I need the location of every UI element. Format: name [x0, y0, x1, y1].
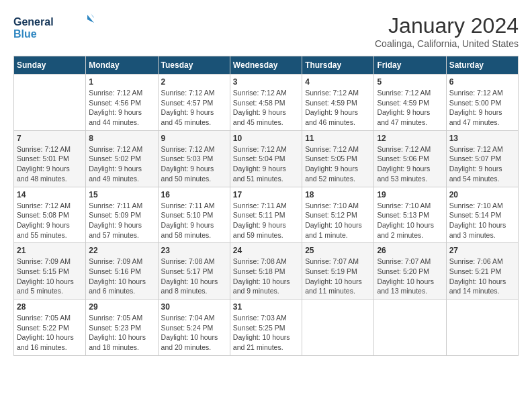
calendar-cell: [302, 300, 374, 356]
calendar-week-row: 21Sunrise: 7:09 AM Sunset: 5:15 PM Dayli…: [14, 243, 519, 300]
calendar-cell: 1Sunrise: 7:12 AM Sunset: 4:56 PM Daylig…: [86, 75, 158, 131]
day-number: 6: [449, 77, 515, 87]
day-info: Sunrise: 7:07 AM Sunset: 5:20 PM Dayligh…: [377, 257, 443, 296]
day-info: Sunrise: 7:09 AM Sunset: 5:16 PM Dayligh…: [89, 257, 154, 296]
day-number: 25: [305, 246, 371, 255]
weekday-header-friday: Friday: [374, 56, 446, 75]
calendar-cell: 24Sunrise: 7:08 AM Sunset: 5:18 PM Dayli…: [230, 243, 302, 300]
title-block: January 2024 Coalinga, California, Unite…: [375, 13, 519, 49]
weekday-header-tuesday: Tuesday: [158, 56, 230, 75]
day-info: Sunrise: 7:09 AM Sunset: 5:15 PM Dayligh…: [17, 257, 83, 296]
day-info: Sunrise: 7:12 AM Sunset: 4:57 PM Dayligh…: [161, 88, 227, 128]
calendar-cell: 8Sunrise: 7:12 AM Sunset: 5:02 PM Daylig…: [86, 130, 158, 187]
day-info: Sunrise: 7:08 AM Sunset: 5:18 PM Dayligh…: [233, 257, 299, 296]
logo-svg: General Blue: [13, 13, 94, 42]
day-info: Sunrise: 7:12 AM Sunset: 5:04 PM Dayligh…: [233, 144, 299, 184]
calendar-week-row: 1Sunrise: 7:12 AM Sunset: 4:56 PM Daylig…: [14, 75, 519, 131]
day-info: Sunrise: 7:05 AM Sunset: 5:22 PM Dayligh…: [17, 313, 83, 353]
day-info: Sunrise: 7:10 AM Sunset: 5:12 PM Dayligh…: [305, 201, 371, 240]
day-info: Sunrise: 7:03 AM Sunset: 5:25 PM Dayligh…: [233, 313, 299, 353]
calendar-week-row: 14Sunrise: 7:12 AM Sunset: 5:08 PM Dayli…: [14, 187, 519, 243]
calendar-table: SundayMondayTuesdayWednesdayThursdayFrid…: [13, 56, 519, 356]
day-info: Sunrise: 7:12 AM Sunset: 5:03 PM Dayligh…: [161, 144, 227, 184]
day-number: 19: [377, 190, 443, 199]
day-number: 9: [161, 134, 227, 143]
day-info: Sunrise: 7:12 AM Sunset: 5:07 PM Dayligh…: [449, 144, 515, 184]
calendar-cell: 2Sunrise: 7:12 AM Sunset: 4:57 PM Daylig…: [158, 75, 230, 131]
weekday-header-wednesday: Wednesday: [230, 56, 302, 75]
day-number: 12: [377, 134, 443, 143]
day-number: 8: [89, 134, 154, 143]
day-info: Sunrise: 7:11 AM Sunset: 5:11 PM Dayligh…: [233, 201, 299, 240]
weekday-header-saturday: Saturday: [446, 56, 518, 75]
calendar-cell: [446, 300, 518, 356]
calendar-cell: 6Sunrise: 7:12 AM Sunset: 5:00 PM Daylig…: [446, 75, 518, 131]
calendar-week-row: 28Sunrise: 7:05 AM Sunset: 5:22 PM Dayli…: [14, 300, 519, 356]
day-number: 11: [305, 134, 371, 143]
weekday-header-sunday: Sunday: [14, 56, 86, 75]
day-number: 24: [233, 246, 299, 255]
calendar-cell: 16Sunrise: 7:11 AM Sunset: 5:10 PM Dayli…: [158, 187, 230, 243]
day-number: 4: [305, 77, 371, 87]
calendar-cell: 12Sunrise: 7:12 AM Sunset: 5:06 PM Dayli…: [374, 130, 446, 187]
day-info: Sunrise: 7:12 AM Sunset: 5:06 PM Dayligh…: [377, 144, 443, 184]
day-info: Sunrise: 7:04 AM Sunset: 5:24 PM Dayligh…: [161, 313, 227, 353]
calendar-cell: 29Sunrise: 7:05 AM Sunset: 5:23 PM Dayli…: [86, 300, 158, 356]
day-info: Sunrise: 7:10 AM Sunset: 5:14 PM Dayligh…: [449, 201, 515, 240]
day-number: 28: [17, 302, 83, 312]
calendar-cell: 25Sunrise: 7:07 AM Sunset: 5:19 PM Dayli…: [302, 243, 374, 300]
day-info: Sunrise: 7:12 AM Sunset: 4:58 PM Dayligh…: [233, 88, 299, 128]
calendar-cell: 15Sunrise: 7:11 AM Sunset: 5:09 PM Dayli…: [86, 187, 158, 243]
day-info: Sunrise: 7:11 AM Sunset: 5:10 PM Dayligh…: [161, 201, 227, 240]
day-number: 10: [233, 134, 299, 143]
svg-marker-3: [91, 13, 94, 19]
calendar-cell: 11Sunrise: 7:12 AM Sunset: 5:05 PM Dayli…: [302, 130, 374, 187]
calendar-cell: 26Sunrise: 7:07 AM Sunset: 5:20 PM Dayli…: [374, 243, 446, 300]
main-title: January 2024: [375, 13, 519, 38]
day-number: 13: [449, 134, 515, 143]
day-number: 23: [161, 246, 227, 255]
day-number: 27: [449, 246, 515, 255]
calendar-cell: 9Sunrise: 7:12 AM Sunset: 5:03 PM Daylig…: [158, 130, 230, 187]
header: General Blue January 2024 Coalinga, Cali…: [13, 13, 519, 49]
calendar-cell: [374, 300, 446, 356]
calendar-cell: 18Sunrise: 7:10 AM Sunset: 5:12 PM Dayli…: [302, 187, 374, 243]
calendar-cell: 4Sunrise: 7:12 AM Sunset: 4:59 PM Daylig…: [302, 75, 374, 131]
weekday-header-row: SundayMondayTuesdayWednesdayThursdayFrid…: [14, 56, 519, 75]
day-number: 1: [89, 77, 154, 87]
day-number: 14: [17, 190, 83, 199]
calendar-cell: 20Sunrise: 7:10 AM Sunset: 5:14 PM Dayli…: [446, 187, 518, 243]
day-info: Sunrise: 7:12 AM Sunset: 5:02 PM Dayligh…: [89, 144, 154, 184]
day-number: 15: [89, 190, 154, 199]
day-number: 29: [89, 302, 154, 312]
calendar-cell: 13Sunrise: 7:12 AM Sunset: 5:07 PM Dayli…: [446, 130, 518, 187]
calendar-cell: 19Sunrise: 7:10 AM Sunset: 5:13 PM Dayli…: [374, 187, 446, 243]
calendar-cell: [14, 75, 86, 131]
day-info: Sunrise: 7:12 AM Sunset: 4:56 PM Dayligh…: [89, 88, 154, 128]
svg-text:Blue: Blue: [13, 28, 37, 40]
calendar-week-row: 7Sunrise: 7:12 AM Sunset: 5:01 PM Daylig…: [14, 130, 519, 187]
day-number: 18: [305, 190, 371, 199]
day-info: Sunrise: 7:12 AM Sunset: 5:00 PM Dayligh…: [449, 88, 515, 128]
day-info: Sunrise: 7:10 AM Sunset: 5:13 PM Dayligh…: [377, 201, 443, 240]
subtitle: Coalinga, California, United States: [375, 38, 519, 49]
calendar-cell: 23Sunrise: 7:08 AM Sunset: 5:17 PM Dayli…: [158, 243, 230, 300]
day-number: 22: [89, 246, 154, 255]
calendar-cell: 21Sunrise: 7:09 AM Sunset: 5:15 PM Dayli…: [14, 243, 86, 300]
day-number: 16: [161, 190, 227, 199]
calendar-cell: 31Sunrise: 7:03 AM Sunset: 5:25 PM Dayli…: [230, 300, 302, 356]
svg-marker-2: [87, 15, 94, 23]
day-info: Sunrise: 7:12 AM Sunset: 5:08 PM Dayligh…: [17, 201, 83, 240]
day-number: 30: [161, 302, 227, 312]
calendar-cell: 3Sunrise: 7:12 AM Sunset: 4:58 PM Daylig…: [230, 75, 302, 131]
calendar-cell: 28Sunrise: 7:05 AM Sunset: 5:22 PM Dayli…: [14, 300, 86, 356]
weekday-header-thursday: Thursday: [302, 56, 374, 75]
day-number: 26: [377, 246, 443, 255]
calendar-cell: 5Sunrise: 7:12 AM Sunset: 4:59 PM Daylig…: [374, 75, 446, 131]
day-info: Sunrise: 7:05 AM Sunset: 5:23 PM Dayligh…: [89, 313, 154, 353]
day-number: 2: [161, 77, 227, 87]
day-number: 20: [449, 190, 515, 199]
day-info: Sunrise: 7:12 AM Sunset: 5:01 PM Dayligh…: [17, 144, 83, 184]
calendar-cell: 22Sunrise: 7:09 AM Sunset: 5:16 PM Dayli…: [86, 243, 158, 300]
day-info: Sunrise: 7:12 AM Sunset: 4:59 PM Dayligh…: [305, 88, 371, 128]
